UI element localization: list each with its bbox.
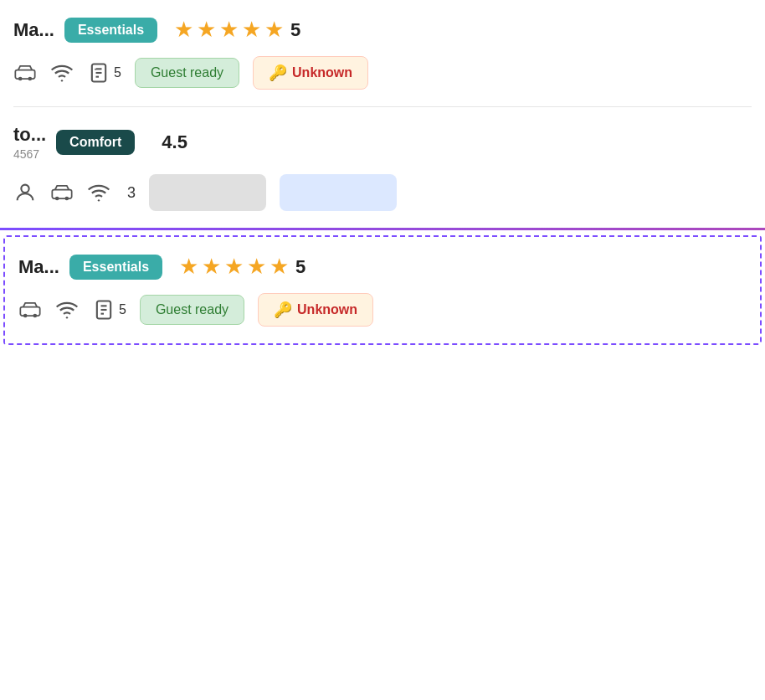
svg-point-16 xyxy=(66,317,68,318)
svg-rect-13 xyxy=(20,307,39,317)
wifi-icon-2 xyxy=(87,181,110,204)
card-footer-2: 3 xyxy=(13,174,752,211)
person-icon-2 xyxy=(13,181,37,204)
icons-group-1: 5 xyxy=(13,61,121,85)
property-card-3-wrapper[interactable]: Ma... Essentials ★ ★ ★ ★ ★ 5 xyxy=(3,235,762,345)
title-block-2: to... 4567 xyxy=(13,124,46,161)
property-card-2[interactable]: to... 4567 Comfort 4.5 xyxy=(0,107,765,228)
card-header-3: Ma... Essentials ★ ★ ★ ★ ★ 5 xyxy=(18,254,747,280)
card-footer-3: 5 Guest ready 🔑 Unknown xyxy=(18,293,747,327)
checklist-count-1: 5 xyxy=(114,65,121,80)
key-icon-3: 🔑 xyxy=(274,301,292,319)
star-3-4: ★ xyxy=(247,254,266,280)
stars-container-3: ★ ★ ★ ★ ★ 5 xyxy=(179,254,305,280)
unknown-label-1: Unknown xyxy=(292,65,352,80)
svg-point-1 xyxy=(18,77,23,81)
rating-number-3: 5 xyxy=(295,256,305,278)
svg-point-2 xyxy=(28,77,33,81)
separator-purple xyxy=(0,228,765,230)
badge-essentials-1: Essentials xyxy=(64,18,157,43)
card-footer-1: 5 Guest ready 🔑 Unknown xyxy=(13,56,752,90)
status-unknown-3[interactable]: 🔑 Unknown xyxy=(258,293,373,327)
star-3-5: ★ xyxy=(270,254,289,280)
car-icon-1 xyxy=(13,61,37,85)
property-card-3[interactable]: Ma... Essentials ★ ★ ★ ★ ★ 5 xyxy=(5,237,760,343)
car-icon-2 xyxy=(50,181,74,204)
property-subtitle-2: 4567 xyxy=(13,147,46,161)
status-guest-ready-1[interactable]: Guest ready xyxy=(135,58,239,88)
card-header-2: to... 4567 Comfort 4.5 xyxy=(13,124,752,161)
icons-group-2: 3 xyxy=(13,181,136,204)
key-icon-1: 🔑 xyxy=(269,64,287,82)
svg-point-10 xyxy=(55,197,59,201)
star-1-3: ★ xyxy=(219,17,239,43)
star-3-1: ★ xyxy=(179,254,198,280)
status-placeholder-blue-2 xyxy=(280,174,397,211)
svg-rect-0 xyxy=(15,70,34,80)
stars-container-1: ★ ★ ★ ★ ★ 5 xyxy=(174,17,300,43)
icons-group-3: 5 xyxy=(18,298,126,322)
checklist-icon-3: 5 xyxy=(92,298,126,322)
status-placeholder-gray-2 xyxy=(149,174,266,211)
wifi-icon-3 xyxy=(55,298,79,322)
svg-point-15 xyxy=(33,314,38,318)
svg-point-8 xyxy=(21,185,28,193)
property-title-2: to... xyxy=(13,124,46,146)
property-title-3: Ma... xyxy=(18,256,59,278)
svg-rect-9 xyxy=(52,190,71,199)
status-unknown-1[interactable]: 🔑 Unknown xyxy=(253,56,368,90)
badge-essentials-3: Essentials xyxy=(69,255,162,280)
star-3-2: ★ xyxy=(202,254,221,280)
star-1-2: ★ xyxy=(197,17,216,43)
badge-comfort-2: Comfort xyxy=(56,130,135,155)
unknown-label-3: Unknown xyxy=(297,302,357,317)
card-header-1: Ma... Essentials ★ ★ ★ ★ ★ 5 xyxy=(13,17,752,43)
star-1-4: ★ xyxy=(242,17,261,43)
star-1-5: ★ xyxy=(264,17,284,43)
checklist-count-3: 5 xyxy=(119,302,126,317)
rating-number-2: 4.5 xyxy=(162,131,187,153)
property-card-1[interactable]: Ma... Essentials ★ ★ ★ ★ ★ 5 xyxy=(0,0,765,106)
wifi-icon-1 xyxy=(50,61,74,85)
status-guest-ready-3[interactable]: Guest ready xyxy=(140,295,244,325)
star-1-1: ★ xyxy=(174,17,193,43)
star-3-3: ★ xyxy=(224,254,244,280)
svg-point-3 xyxy=(61,80,63,81)
svg-point-12 xyxy=(98,199,100,201)
property-title-1: Ma... xyxy=(13,19,54,41)
checklist-icon-1: 5 xyxy=(87,61,121,85)
car-icon-3 xyxy=(18,298,42,322)
checklist-count-2: 3 xyxy=(127,184,136,202)
rating-number-1: 5 xyxy=(290,19,300,41)
svg-point-14 xyxy=(23,314,28,318)
svg-point-11 xyxy=(65,197,69,201)
